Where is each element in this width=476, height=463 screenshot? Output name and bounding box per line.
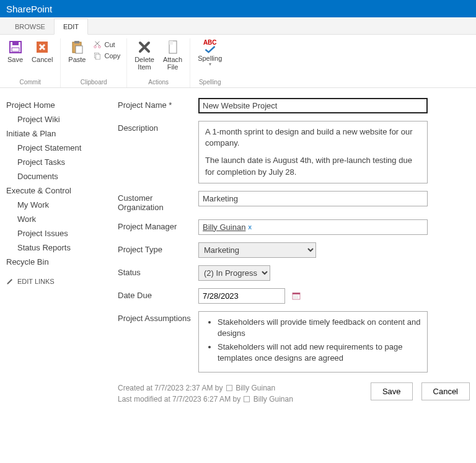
nav-project-issues[interactable]: Project Issues	[6, 226, 112, 240]
label-project-type: Project Type	[118, 242, 198, 254]
paste-icon	[69, 40, 84, 55]
group-label-spelling: Spelling	[195, 76, 224, 87]
description-editor[interactable]: A 1-month sprint to design and build a n…	[198, 121, 428, 183]
svg-rect-6	[76, 46, 82, 53]
project-manager-picker[interactable]: Billy Guinan x	[198, 219, 428, 235]
tab-edit[interactable]: EDIT	[54, 19, 88, 35]
cut-button[interactable]: Cut	[92, 40, 121, 50]
ribbon-group-clipboard: Paste Cut Copy Clipboard	[61, 38, 127, 87]
svg-rect-5	[74, 41, 79, 43]
quick-launch: Project Home Project Wiki Initiate & Pla…	[6, 98, 118, 405]
assumptions-editor[interactable]: Stakeholders will provide timely feedbac…	[198, 311, 428, 373]
nav-project-home[interactable]: Project Home	[6, 98, 112, 112]
delete-icon	[137, 40, 152, 55]
svg-point-7	[94, 46, 97, 48]
assumption-item: Stakeholders will provide timely feedbac…	[218, 317, 421, 339]
desc-p2: The launch date is August 4th, with pre-…	[205, 155, 421, 177]
nav-status-reports[interactable]: Status Reports	[6, 240, 112, 255]
svg-point-8	[99, 46, 101, 48]
nav-project-tasks[interactable]: Project Tasks	[6, 155, 112, 169]
presence-icon	[244, 396, 250, 402]
delete-item-button[interactable]: Delete Item	[132, 38, 157, 72]
page-body: Project Home Project Wiki Initiate & Pla…	[0, 88, 476, 417]
attach-file-button[interactable]: Attach File	[161, 38, 185, 72]
edit-form: Project Name * Description A 1-month spr…	[118, 98, 470, 405]
desc-p1: A 1-month sprint to design and build a n…	[205, 126, 421, 149]
nav-project-wiki[interactable]: Project Wiki	[6, 112, 112, 126]
label-project-name: Project Name *	[118, 98, 198, 110]
project-name-input[interactable]	[198, 98, 428, 113]
customer-org-input[interactable]	[198, 191, 428, 206]
footer-save-button[interactable]: Save	[371, 382, 413, 400]
label-project-manager: Project Manager	[118, 219, 198, 231]
footer-cancel-button[interactable]: Cancel	[421, 382, 470, 400]
nav-project-statement[interactable]: Project Statement	[6, 141, 112, 155]
group-label-clipboard: Clipboard	[66, 76, 121, 87]
group-label-commit: Commit	[5, 76, 55, 87]
audit-info: Created at 7/7/2023 2:37 AM by Billy Gui…	[118, 382, 371, 405]
abc-text: ABC	[203, 40, 217, 46]
cancel-icon	[35, 40, 50, 55]
label-assumptions: Project Assumptions	[118, 311, 198, 323]
spelling-button[interactable]: ABC Spelling ▾	[195, 38, 224, 69]
presence-icon	[226, 385, 232, 391]
tab-browse[interactable]: BROWSE	[6, 19, 54, 34]
date-due-input[interactable]	[198, 288, 285, 304]
copy-button[interactable]: Copy	[92, 51, 121, 61]
scissors-icon	[93, 40, 102, 49]
app-title: SharePoint	[6, 4, 52, 14]
label-status: Status	[118, 265, 198, 277]
svg-rect-13	[293, 293, 300, 295]
save-icon	[8, 40, 23, 55]
status-select[interactable]: (2) In Progress	[198, 265, 270, 281]
svg-rect-2	[12, 48, 19, 51]
check-icon	[204, 46, 216, 53]
project-type-select[interactable]: Marketing	[198, 242, 316, 258]
edit-links[interactable]: EDIT LINKS	[6, 278, 112, 285]
people-chip: Billy Guinan	[203, 223, 245, 232]
label-date-due: Date Due	[118, 288, 198, 300]
nav-recycle-bin[interactable]: Recycle Bin	[6, 255, 112, 269]
chevron-down-icon: ▾	[209, 62, 211, 68]
cancel-button[interactable]: Cancel	[29, 38, 55, 64]
calendar-icon[interactable]	[291, 291, 301, 301]
nav-my-work[interactable]: My Work	[6, 198, 112, 212]
group-label-actions: Actions	[132, 76, 185, 87]
svg-rect-1	[12, 42, 19, 45]
svg-rect-10	[96, 55, 100, 60]
nav-work[interactable]: Work	[6, 212, 112, 226]
attach-icon	[165, 40, 180, 55]
ribbon-group-actions: Delete Item Attach File Actions	[127, 38, 190, 87]
nav-initiate[interactable]: Initiate & Plan	[6, 126, 112, 141]
save-button[interactable]: Save	[5, 38, 25, 64]
remove-person-icon[interactable]: x	[248, 223, 252, 231]
ribbon: Save Cancel Commit Paste Cut Copy	[0, 35, 476, 88]
ribbon-group-spelling: ABC Spelling ▾ Spelling	[190, 38, 229, 87]
label-customer-org: Customer Organization	[118, 191, 198, 212]
assumption-item: Stakeholders will not add new requiremen…	[218, 342, 421, 364]
nav-documents[interactable]: Documents	[6, 169, 112, 183]
suite-bar: SharePoint	[0, 0, 476, 17]
pencil-icon	[6, 278, 14, 285]
nav-execute[interactable]: Execute & Control	[6, 183, 112, 198]
copy-icon	[93, 51, 102, 60]
form-footer: Created at 7/7/2023 2:37 AM by Billy Gui…	[118, 382, 470, 405]
paste-button[interactable]: Paste	[66, 38, 88, 64]
label-description: Description	[118, 121, 198, 133]
ribbon-group-commit: Save Cancel Commit	[0, 38, 61, 87]
ribbon-tabstrip: BROWSE EDIT	[0, 17, 476, 35]
